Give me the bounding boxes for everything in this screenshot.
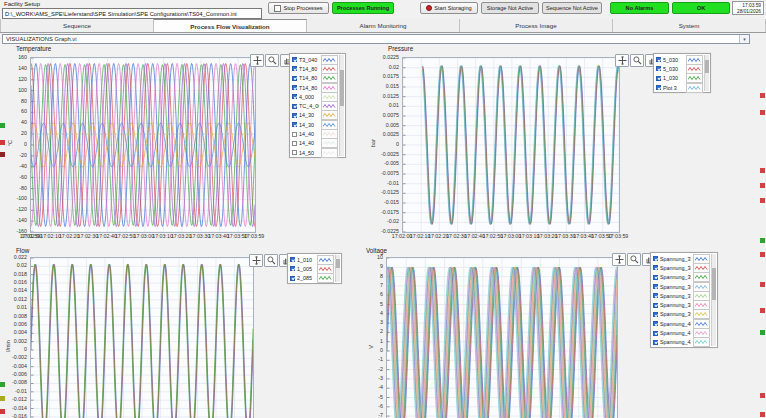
legend-scrollbar[interactable] (711, 254, 716, 346)
legend-checkbox[interactable] (292, 57, 297, 62)
legend-flow: 1_0101_0052_085 (287, 253, 342, 284)
legend-scrollbar-thumb[interactable] (336, 259, 340, 268)
legend-label: T3_040 (299, 57, 319, 63)
stop-processes-button[interactable]: Stop Processes (268, 2, 329, 14)
legend-checkbox[interactable] (656, 76, 661, 81)
legend-item[interactable]: 5_030 (656, 64, 703, 73)
legend-item[interactable]: 1_030 (656, 74, 703, 83)
legend-scrollbar[interactable] (335, 255, 340, 282)
visualization-selector[interactable]: VISUALIZATIONS Graph.vi ▾ (2, 34, 750, 44)
zoom-tool-button[interactable] (264, 254, 278, 267)
y-tick-label: -2 (354, 366, 383, 372)
tab-sequence[interactable]: Sequence (0, 19, 154, 32)
legend-item[interactable]: Spannung_42 (653, 338, 710, 347)
legend-checkbox[interactable] (653, 284, 658, 289)
legend-item[interactable]: 5_030 (656, 55, 703, 64)
cursor-tool-button[interactable] (249, 254, 263, 267)
legend-item[interactable]: 14_40 (292, 129, 338, 138)
legend-item[interactable]: TC_4_060 (292, 101, 338, 110)
legend-item[interactable]: Spannung_39 (653, 310, 710, 319)
legend-checkbox[interactable] (292, 122, 297, 127)
legend-item[interactable]: T14_80 (292, 64, 338, 73)
legend-checkbox[interactable] (653, 275, 658, 280)
legend-checkbox[interactable] (653, 256, 658, 261)
x-tick-label: 17:03:00 (134, 233, 155, 239)
y-tick-label: 9 (354, 263, 383, 269)
legend-checkbox[interactable] (656, 57, 661, 62)
legend-checkbox[interactable] (653, 303, 658, 308)
legend-item[interactable]: T14_80 (292, 83, 338, 92)
legend-checkbox[interactable] (292, 104, 297, 109)
legend-checkbox[interactable] (290, 266, 295, 271)
legend-checkbox[interactable] (290, 276, 295, 281)
processes-running-indicator[interactable]: Processes Running (332, 2, 394, 14)
legend-checkbox[interactable] (653, 321, 658, 326)
legend-item[interactable]: Spannung_35 (653, 273, 710, 282)
legend-item[interactable]: Plot 3 (656, 83, 703, 92)
legend-checkbox[interactable] (656, 85, 661, 90)
tab-process-image[interactable]: Process Image (460, 19, 613, 32)
dropdown-arrow-icon[interactable]: ▾ (739, 35, 749, 43)
plot-area-pressure[interactable] (402, 57, 620, 233)
legend-item[interactable]: Spannung_41 (653, 328, 710, 337)
legend-item[interactable]: T3_040 (292, 55, 338, 64)
legend-item[interactable]: 14_50 (292, 148, 338, 157)
y-tick-label: 7 (354, 282, 383, 288)
legend-checkbox[interactable] (292, 132, 297, 137)
legend-scrollbar-thumb[interactable] (705, 60, 709, 73)
tab-process-flow-visualization[interactable]: Process Flow Visualization (154, 19, 307, 32)
plot-area-voltage[interactable] (386, 257, 618, 418)
legend-item[interactable]: T14_80 (292, 74, 338, 83)
legend-item[interactable]: Spannung_34 (653, 263, 710, 272)
start-storaging-label: Start Storaging (434, 5, 471, 11)
legend-item[interactable]: 1_010 (290, 255, 334, 264)
legend-checkbox[interactable] (653, 312, 658, 317)
stop-processes-checkbox[interactable] (274, 5, 281, 12)
legend-item[interactable]: 14_40 (292, 139, 338, 148)
legend-checkbox[interactable] (290, 257, 295, 262)
legend-scrollbar-thumb[interactable] (340, 70, 344, 105)
legend-checkbox[interactable] (653, 331, 658, 336)
legend-checkbox[interactable] (292, 66, 297, 71)
legend-checkbox[interactable] (292, 76, 297, 81)
cursor-tool-button[interactable] (250, 54, 264, 67)
legend-item[interactable]: Spannung_36 (653, 282, 710, 291)
legend-scrollbar[interactable] (704, 55, 709, 91)
legend-checkbox[interactable] (292, 113, 297, 118)
legend-checkbox[interactable] (653, 293, 658, 298)
legend-checkbox[interactable] (653, 265, 658, 270)
legend-item[interactable]: Spannung_37 (653, 291, 710, 300)
legend-item[interactable]: Spannung_40 (653, 319, 710, 328)
sequence-status-indicator: Sequence Not Active (542, 2, 602, 14)
y-tick-label: -0.0025 (370, 151, 399, 157)
plot-area-flow[interactable] (30, 257, 254, 418)
legend-item[interactable]: 1_005 (290, 264, 334, 273)
plot-area-temperature[interactable] (30, 57, 256, 233)
cursor-tool-button[interactable] (612, 253, 626, 266)
tab-system[interactable]: System (613, 19, 766, 32)
legend-checkbox[interactable] (656, 66, 661, 71)
cursor-tool-button[interactable] (615, 54, 629, 67)
legend-checkbox[interactable] (292, 94, 297, 99)
legend-item[interactable]: Spannung_33 (653, 254, 710, 263)
plot-style-icon (693, 337, 710, 347)
legend-scrollbar-thumb[interactable] (712, 268, 716, 300)
facility-path-input[interactable] (2, 8, 262, 19)
zoom-tool-button[interactable] (627, 253, 641, 266)
legend-checkbox[interactable] (292, 141, 297, 146)
zoom-tool-button[interactable] (265, 54, 279, 67)
legend-item[interactable]: 14_30 (292, 111, 338, 120)
legend-checkbox[interactable] (653, 340, 658, 345)
legend-scrollbar[interactable] (339, 55, 344, 156)
tab-alarm-monitoring[interactable]: Alarm Monitoring (307, 19, 460, 32)
legend-checkbox[interactable] (292, 85, 297, 90)
legend-checkbox[interactable] (292, 150, 297, 155)
legend-label: Spannung_33 (660, 256, 691, 262)
legend-item[interactable]: 2_085 (290, 274, 334, 283)
zoom-tool-button[interactable] (630, 54, 644, 67)
legend-item[interactable]: Spannung_38 (653, 300, 710, 309)
legend-item[interactable]: 4_000 (292, 92, 338, 101)
legend-item[interactable]: 14_30 (292, 120, 338, 129)
start-storaging-button[interactable]: Start Storaging (420, 2, 478, 14)
y-tick-label: -0.01 (370, 180, 399, 186)
